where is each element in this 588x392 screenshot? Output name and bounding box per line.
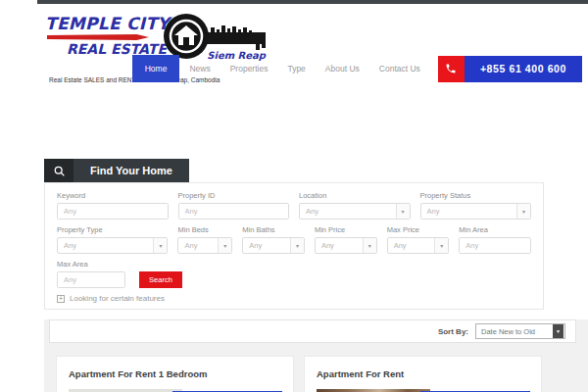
property-type-select[interactable]: Any ▾	[57, 237, 168, 254]
phone-number: +855 61 400 600	[465, 56, 582, 82]
property-id-input[interactable]	[179, 204, 289, 219]
chevron-down-icon: ▾	[363, 238, 376, 253]
sort-bar: Sort By: Date New to Old ▼	[49, 319, 576, 343]
logo-title-line1: Temple City	[45, 14, 170, 33]
features-toggle-label: Looking for certain features	[70, 294, 165, 303]
site-header: Temple City Real Estate	[37, 4, 588, 94]
max-area-input[interactable]	[58, 272, 124, 287]
max-price-label: Max Price	[387, 225, 450, 234]
nav-item-home[interactable]: Home	[132, 55, 180, 82]
nav-item-news[interactable]: News	[179, 55, 220, 82]
phone-button[interactable]: +855 61 400 600	[438, 56, 582, 82]
plus-icon: +	[57, 295, 65, 303]
location-select-value: Any	[306, 207, 318, 216]
min-beds-select-value: Any	[184, 241, 197, 250]
logo-arrow-shape	[47, 34, 149, 40]
sort-select[interactable]: Date New to Old ▼	[475, 323, 565, 339]
chevron-down-icon: ▾	[218, 238, 231, 253]
results-section: Sort By: Date New to Old ▼ Apartment For…	[44, 319, 588, 392]
search-row-2: Property Type Any ▾ Min Beds Any ▾ Min B…	[57, 225, 531, 254]
min-beds-select[interactable]: Any ▾	[177, 237, 232, 254]
location-label: Location	[299, 191, 411, 200]
search-row-1: Keyword Property ID Location Any ▾ Prope…	[57, 191, 531, 220]
min-area-input[interactable]	[460, 238, 530, 253]
listing-title[interactable]: Apartment For Rent	[317, 368, 529, 379]
sort-select-value: Date New to Old	[481, 327, 535, 336]
listings-grid: Apartment For Rent 1 Bedroom $300 per mo…	[56, 356, 576, 392]
keyword-label: Keyword	[57, 191, 169, 200]
listing-title[interactable]: Apartment For Rent 1 Bedroom	[69, 368, 281, 379]
chevron-down-icon: ▾	[434, 238, 448, 253]
min-price-select[interactable]: Any ▾	[315, 237, 377, 254]
max-price-select[interactable]: Any ▾	[387, 237, 450, 254]
min-baths-select[interactable]: Any ▾	[242, 237, 305, 254]
search-button[interactable]: Search	[139, 271, 182, 288]
phone-icon	[438, 56, 465, 82]
page-container: Temple City Real Estate	[37, 0, 588, 388]
property-status-select-value: Any	[427, 207, 440, 216]
search-row-3: Max Area Search	[57, 260, 531, 288]
keyword-input[interactable]	[58, 204, 168, 219]
search-panel-header: Find Your Home	[44, 159, 189, 182]
chevron-down-icon: ▾	[153, 238, 167, 253]
features-toggle[interactable]: + Looking for certain features	[57, 294, 531, 303]
search-icon	[44, 159, 74, 182]
property-id-label: Property ID	[178, 191, 290, 200]
location-select[interactable]: Any ▾	[299, 203, 411, 220]
chevron-down-icon: ▾	[516, 204, 530, 219]
main-nav: Home News Properties Type About Us Conta…	[132, 55, 582, 82]
min-price-label: Min Price	[315, 225, 377, 234]
property-status-label: Property Status	[420, 191, 532, 200]
search-panel-title: Find Your Home	[74, 159, 189, 182]
property-type-select-value: Any	[64, 241, 76, 250]
chevron-down-icon: ▾	[290, 238, 304, 253]
chevron-down-icon: ▾	[396, 204, 410, 219]
listing-card[interactable]: Apartment For Rent 1 Bedroom $300 per mo…	[56, 356, 294, 392]
property-status-select[interactable]: Any ▾	[420, 203, 532, 220]
chevron-down-icon: ▼	[553, 324, 564, 338]
nav-item-properties[interactable]: Properties	[220, 55, 278, 82]
nav-item-about-us[interactable]: About Us	[316, 55, 369, 82]
property-search-form: Keyword Property ID Location Any ▾ Prope…	[44, 182, 544, 310]
nav-item-contact-us[interactable]: Contact Us	[369, 55, 430, 82]
max-price-select-value: Any	[394, 241, 407, 250]
nav-item-type[interactable]: Type	[277, 55, 315, 82]
max-area-label: Max Area	[57, 260, 125, 269]
min-area-label: Min Area	[459, 225, 531, 234]
min-baths-select-value: Any	[249, 241, 262, 250]
min-price-select-value: Any	[321, 241, 334, 250]
listing-card[interactable]: Apartment For Rent $300 per month	[304, 356, 542, 392]
sort-by-label: Sort By:	[438, 327, 468, 336]
min-beds-label: Min Beds	[177, 225, 232, 234]
property-type-label: Property Type	[57, 225, 168, 234]
min-baths-label: Min Baths	[242, 225, 305, 234]
